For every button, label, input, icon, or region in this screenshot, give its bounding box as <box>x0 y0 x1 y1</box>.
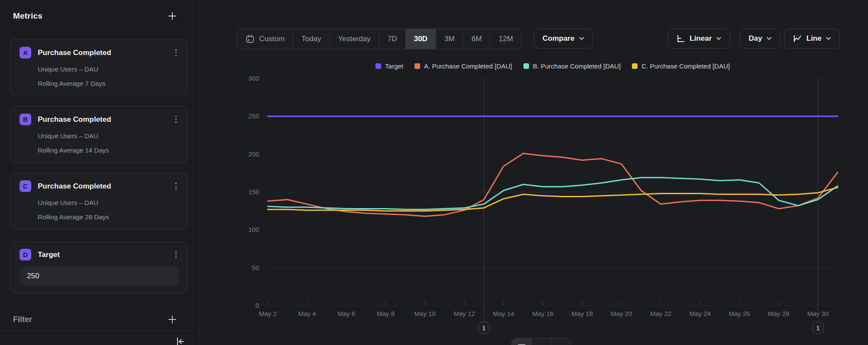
collapse-sidebar-button[interactable] <box>174 336 186 345</box>
range-option-7d[interactable]: 7D <box>379 29 406 49</box>
svg-text:May 24: May 24 <box>689 310 710 317</box>
legend-label: B. Purchase Completed [DAU] <box>533 62 621 70</box>
metric-badge-d: D <box>20 249 31 260</box>
metric-measurement: Unique Users – DAU <box>38 65 179 73</box>
legend-swatch <box>523 63 529 69</box>
metric-measurement: Unique Users – DAU <box>38 132 179 140</box>
chart-type-select-button[interactable]: Line <box>784 29 840 49</box>
target-card-header: D Target <box>20 249 179 260</box>
range-option-label: 6M <box>471 35 482 43</box>
compare-button[interactable]: Compare <box>534 29 593 49</box>
metric-measurement: Unique Users – DAU <box>38 199 179 206</box>
annotation-lines <box>484 78 818 322</box>
chart-series <box>268 116 838 216</box>
small-chart-icon <box>556 343 567 345</box>
svg-text:150: 150 <box>248 188 259 195</box>
svg-text:300: 300 <box>248 75 259 82</box>
line-chart[interactable]: 050100150200250300May 2May 4May 6May 8Ma… <box>234 72 865 345</box>
compare-label: Compare <box>542 34 575 43</box>
svg-text:May 28: May 28 <box>768 310 789 317</box>
range-option-label: 3M <box>444 35 455 43</box>
chart-legend: TargetA. Purchase Completed [DAU]B. Purc… <box>268 62 838 70</box>
svg-text:0: 0 <box>256 302 259 309</box>
metric-title: Purchase Completed <box>38 49 111 57</box>
range-option-today[interactable]: Today <box>293 29 330 49</box>
metric-badge: C <box>20 180 31 192</box>
legend-item[interactable]: B. Purchase Completed [DAU] <box>523 62 621 70</box>
kebab-menu-icon[interactable] <box>173 47 180 58</box>
chart-gridlines <box>268 78 838 268</box>
legend-item[interactable]: A. Purchase Completed [DAU] <box>414 62 512 70</box>
metric-card: A Purchase Completed Unique Users – DAU … <box>10 39 187 96</box>
legend-swatch <box>632 63 638 69</box>
scale-select-button[interactable]: Linear <box>667 29 730 49</box>
series-line[interactable] <box>268 178 838 209</box>
filter-section-header: Filter <box>13 315 177 324</box>
legend-label: A. Purchase Completed [DAU] <box>424 62 512 70</box>
filter-section-title: Filter <box>13 315 32 324</box>
range-option-label: Yesterday <box>338 35 371 43</box>
svg-text:May 12: May 12 <box>454 310 475 317</box>
sidebar-footer-divider <box>0 330 199 331</box>
kebab-menu-icon[interactable] <box>173 249 180 260</box>
metric-transform: Rolling Average 28 Days <box>38 213 179 221</box>
kebab-menu-icon[interactable] <box>173 114 180 125</box>
metric-badge: A <box>20 47 31 59</box>
svg-text:200: 200 <box>248 150 259 158</box>
svg-text:May 16: May 16 <box>532 310 553 317</box>
target-card: D Target 250 <box>10 241 187 293</box>
chart-height-option-large[interactable] <box>512 338 532 345</box>
legend-label: C. Purchase Completed [DAU] <box>641 62 730 70</box>
chart-type-label: Line <box>806 34 822 43</box>
range-option-yesterday[interactable]: Yesterday <box>330 29 379 49</box>
svg-text:May 10: May 10 <box>414 310 436 317</box>
range-option-label: 7D <box>388 35 397 43</box>
chevron-down-icon <box>826 37 831 40</box>
calendar-icon <box>245 34 255 44</box>
metric-title: Purchase Completed <box>38 115 111 124</box>
svg-text:May 14: May 14 <box>493 310 514 317</box>
metric-transform: Rolling Average 14 Days <box>38 146 179 154</box>
range-option-6m[interactable]: 6M <box>463 29 490 49</box>
series-line[interactable] <box>268 153 838 216</box>
range-option-label: Today <box>302 35 321 43</box>
metric-card: C Purchase Completed Unique Users – DAU … <box>10 172 187 230</box>
range-option-3m[interactable]: 3M <box>436 29 464 49</box>
svg-text:May 6: May 6 <box>338 310 355 317</box>
medium-chart-icon <box>536 343 547 345</box>
target-value-input[interactable]: 250 <box>20 267 179 286</box>
line-chart-icon <box>793 34 802 43</box>
sidebar: Metrics A Purchase Completed Unique User… <box>0 0 200 345</box>
range-option-30d[interactable]: 30D <box>406 29 436 49</box>
range-option-label: 12M <box>499 35 513 43</box>
metric-card-list: A Purchase Completed Unique Users – DAU … <box>10 39 187 239</box>
range-option-12m[interactable]: 12M <box>490 29 521 49</box>
chart-height-option-small[interactable] <box>552 338 571 345</box>
legend-item[interactable]: Target <box>375 62 403 70</box>
large-chart-icon <box>516 343 527 345</box>
chart-height-toggle <box>511 338 572 345</box>
kebab-menu-icon[interactable] <box>173 181 180 192</box>
chevron-down-icon <box>579 37 584 40</box>
plus-icon <box>168 11 177 21</box>
series-line[interactable] <box>268 188 838 211</box>
chevron-down-icon <box>766 37 772 40</box>
svg-text:May 8: May 8 <box>377 310 395 317</box>
date-range-selector: CustomTodayYesterday7D30D3M6M12M <box>237 29 522 49</box>
legend-swatch <box>414 63 420 69</box>
svg-text:May 2: May 2 <box>259 310 277 317</box>
chevron-down-icon <box>716 37 721 40</box>
legend-item[interactable]: C. Purchase Completed [DAU] <box>632 62 730 70</box>
svg-text:May 18: May 18 <box>572 310 593 317</box>
range-option-custom[interactable]: Custom <box>237 29 293 49</box>
add-metric-button[interactable] <box>168 11 177 21</box>
add-filter-button[interactable] <box>168 315 177 324</box>
svg-text:May 4: May 4 <box>298 310 316 317</box>
chart-height-option-medium[interactable] <box>532 338 552 345</box>
granularity-select-button[interactable]: Day <box>740 29 780 49</box>
annotation-badges: 11 <box>478 322 824 334</box>
svg-text:50: 50 <box>252 264 259 271</box>
svg-text:May 26: May 26 <box>729 310 750 317</box>
linear-axis-icon <box>676 34 685 43</box>
range-option-label: 30D <box>414 35 427 43</box>
